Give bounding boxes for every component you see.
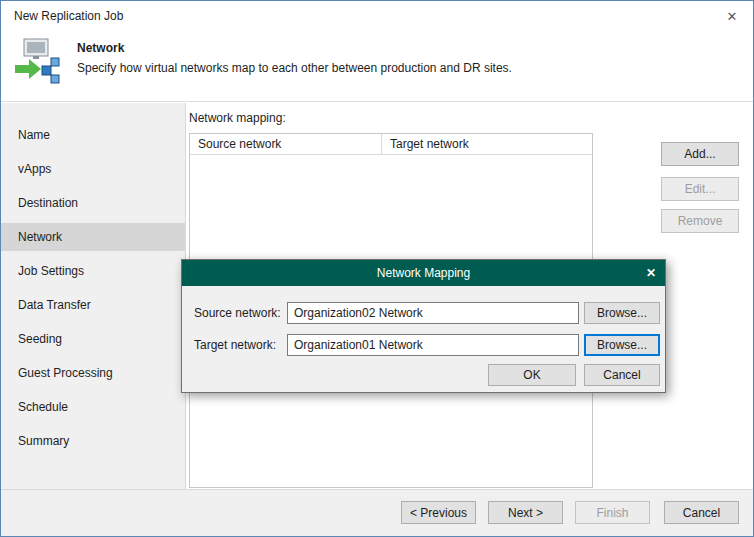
sidebar-item-vapps[interactable]: vApps [1,155,185,183]
remove-button: Remove [661,209,739,233]
sidebar-item-seeding[interactable]: Seeding [1,325,185,353]
wizard-footer: < Previous Next > Finish Cancel [1,489,753,536]
previous-button[interactable]: < Previous [401,501,476,524]
edit-button: Edit... [661,177,739,201]
titlebar: New Replication Job ✕ [1,1,753,31]
source-browse-button[interactable]: Browse... [584,302,660,324]
column-header-source-network[interactable]: Source network [190,134,382,154]
step-title: Network [77,41,124,55]
dialog-close-icon[interactable]: ✕ [646,260,656,286]
wizard-steps-sidebar: Name vApps Destination Network Job Setti… [1,103,186,491]
source-network-input[interactable] [287,302,579,324]
window-close-icon[interactable]: ✕ [711,1,753,31]
add-button[interactable]: Add... [661,142,739,166]
target-network-input[interactable] [287,334,579,356]
dialog-title: Network Mapping [377,266,470,280]
step-description: Specify how virtual networks map to each… [77,61,512,75]
cancel-button[interactable]: Cancel [664,501,739,524]
new-replication-job-window: New Replication Job ✕ Network Specify ho… [0,0,754,537]
sidebar-item-data-transfer[interactable]: Data Transfer [1,291,185,319]
dialog-titlebar: Network Mapping ✕ [182,260,665,286]
sidebar-item-name[interactable]: Name [1,121,185,149]
sidebar-item-job-settings[interactable]: Job Settings [1,257,185,285]
window-title: New Replication Job [14,9,123,23]
sidebar-item-summary[interactable]: Summary [1,427,185,455]
sidebar-item-schedule[interactable]: Schedule [1,393,185,421]
source-network-label: Source network: [194,302,289,324]
network-step-icon [14,37,62,89]
target-network-label: Target network: [194,334,289,356]
next-button[interactable]: Next > [488,501,563,524]
dialog-cancel-button[interactable]: Cancel [584,364,660,386]
target-browse-button[interactable]: Browse... [584,334,660,356]
network-mapping-dialog: Network Mapping ✕ Source network: Browse… [181,259,666,393]
sidebar-item-destination[interactable]: Destination [1,189,185,217]
wizard-header: Network Specify how virtual networks map… [1,31,753,102]
ok-button[interactable]: OK [488,364,576,386]
table-header-row: Source network Target network [190,134,592,155]
network-mapping-label: Network mapping: [189,111,286,125]
sidebar-item-guest-processing[interactable]: Guest Processing [1,359,185,387]
column-header-target-network[interactable]: Target network [382,134,592,154]
finish-button: Finish [575,501,650,524]
sidebar-item-network[interactable]: Network [1,223,185,251]
